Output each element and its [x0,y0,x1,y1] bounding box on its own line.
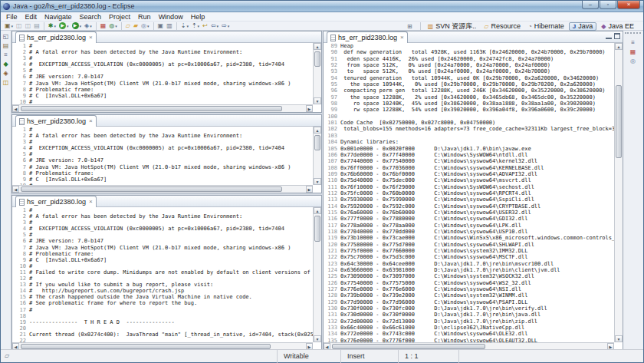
scroll-down-icon[interactable]: ▼ [314,97,321,104]
horizontal-scrollbar[interactable]: ◀ ▶ [12,104,313,112]
scroll-down-icon[interactable]: ▼ [314,178,321,185]
minimize-button[interactable]: – [582,1,599,9]
scrollbar-thumb[interactable] [314,216,320,242]
external-tools-button[interactable]: ◈▾ [84,21,93,30]
menu-navigate[interactable]: Navigate [41,12,76,21]
perspective-java-ee[interactable]: ◆Java EE [598,22,637,31]
scrollbar-thumb[interactable] [21,186,282,192]
outline-view-icon[interactable]: ≡ [629,39,638,46]
scrollbar-thumb[interactable] [332,344,485,349]
open-perspective-button[interactable]: ⊞ [404,22,418,31]
editor-tab[interactable]: hs_err_pid2380.log × [15,115,97,127]
run-dropdown-icon[interactable]: ▾ [67,24,69,28]
menu-help[interactable]: Help [187,12,209,21]
run-history-dropdown-icon[interactable]: ▾ [80,24,82,28]
previous-annotation-button[interactable]: ⇡▾ [191,21,200,30]
forward-button[interactable]: ⇨▾ [221,21,230,30]
menu-file[interactable]: File [2,12,21,21]
search-button[interactable]: ◎▾ [140,21,150,30]
debug-button[interactable]: ✱▾ [48,21,57,30]
navigator-icon[interactable]: ◈ [2,70,11,77]
scrollbar-thumb[interactable] [616,85,622,158]
editor-tab[interactable]: hs_err_pid2380.log × [15,196,97,207]
close-tab-icon[interactable]: × [89,118,93,124]
minimize-pane-icon[interactable] [606,33,612,39]
scrollbar-thumb[interactable] [314,135,320,150]
log-text[interactable]: 89Heap90 def new generation total 4928K,… [324,43,614,342]
horizontal-scrollbar[interactable]: ◀ ▶ [12,185,313,193]
search-dropdown-icon[interactable]: ▾ [147,24,150,28]
new-button[interactable]: ▣▾ [4,21,14,30]
editor-tab[interactable]: hs_err_pid2380.log × [327,31,408,43]
close-tab-icon[interactable]: × [89,199,93,205]
line-text: 0x77de0000 - 0x77f40000 C:\Windows\SysWO… [340,152,527,158]
title-bar[interactable]: Java - go2/hs_err_pid2380.log - Eclipse … [1,1,643,12]
scroll-up-icon[interactable]: ▲ [314,207,321,214]
external-tools-dropdown-icon[interactable]: ▾ [90,24,92,28]
coverage-dropdown-icon[interactable]: ▾ [115,24,117,28]
scroll-right-icon[interactable]: ▶ [306,186,313,193]
show-selected-element-button[interactable]: ▣ [157,21,165,30]
type-hierarchy-icon[interactable]: ≡ [2,51,11,58]
scrollbar-thumb[interactable] [21,106,282,111]
back-button[interactable]: ⇦▾ [210,21,219,30]
new-dropdown-icon[interactable]: ▾ [12,24,14,28]
maximize-button[interactable]: ▫ [600,1,616,9]
perspective-hibernate[interactable]: ◔Hibernate [525,22,567,31]
previous-annotation-dropdown-icon[interactable]: ▾ [198,24,200,28]
scroll-right-icon[interactable]: ▶ [306,105,313,112]
close-button[interactable]: × [617,1,640,9]
scrollbar-thumb[interactable] [314,51,320,67]
perspective-resource[interactable]: ▱Resource [481,22,524,31]
log-text[interactable]: 1#2# A fatal error has been detected by … [12,43,313,104]
vertical-scrollbar[interactable]: ▲ ▼ [313,127,321,185]
print-button[interactable]: ▤ [33,21,41,30]
coverage-button[interactable]: ◍▾ [108,21,118,30]
vertical-scrollbar[interactable]: ▲ ▼ [313,207,321,342]
close-tab-icon[interactable]: × [89,35,93,41]
scrollbar-thumb[interactable] [21,344,271,349]
back-dropdown-icon[interactable]: ▾ [217,24,219,28]
log-text[interactable]: 1#2# A fatal error has been detected by … [12,127,313,185]
scroll-left-icon[interactable]: ◀ [12,105,19,112]
ant-icon[interactable]: ◆ [2,61,11,68]
menu-search[interactable]: Search [76,12,106,21]
problems-view-icon[interactable]: ▦ [629,48,638,55]
run-button[interactable]: ▶▾ [58,21,70,30]
scroll-up-icon[interactable]: ▲ [314,43,321,50]
scroll-left-icon[interactable]: ◀ [12,186,19,193]
last-edit-location-button[interactable]: ↩ [202,21,209,30]
scroll-down-icon[interactable]: ▼ [314,335,321,342]
forward-dropdown-icon[interactable]: ▾ [228,24,230,28]
menu-window[interactable]: Window [155,12,187,21]
editor-tab[interactable]: hs_err_pid2380.log × [15,31,97,43]
menu-project[interactable]: Project [105,12,134,21]
perspective-svn-repository[interactable]: ▥SVN 资源库.. [425,22,480,31]
next-annotation-button[interactable]: ⇣▾ [180,21,189,30]
menu-edit[interactable]: Edit [21,12,41,21]
open-resource-button[interactable]: ▰ [133,21,139,30]
svn-repositories-icon[interactable]: ◫ [2,79,11,86]
next-annotation-dropdown-icon[interactable]: ▾ [186,24,189,28]
debug-dropdown-icon[interactable]: ▾ [54,24,56,28]
vertical-scrollbar[interactable]: ▲ ▼ [313,43,321,104]
drag-handle[interactable] [625,32,641,37]
mark-occurrences-button[interactable]: ▥ [166,21,173,30]
perspective-java[interactable]: JJava [569,22,596,31]
profile-button[interactable]: ▦ [100,21,107,30]
vertical-scrollbar[interactable]: ▲ ▼ [614,43,623,342]
package-explorer-icon[interactable]: ▤ [2,42,11,49]
save-button[interactable]: ◫ [15,21,23,30]
scroll-down-icon[interactable]: ▼ [615,335,623,342]
restore-views-icon[interactable]: ◱ [2,33,11,40]
synchronize-view-icon[interactable]: ◎ [629,58,638,64]
close-tab-icon[interactable]: × [400,35,404,41]
scroll-up-icon[interactable]: ▲ [314,127,321,134]
menu-run[interactable]: Run [134,12,155,21]
save-all-button[interactable]: ◫ [25,21,32,30]
scroll-up-icon[interactable]: ▲ [615,43,623,50]
log-text[interactable]: 1#2# A fatal error has been detected by … [12,207,313,342]
new-folder-button[interactable]: ▱ [125,21,131,30]
maximize-pane-icon[interactable] [614,33,620,39]
run-history-button[interactable]: ▶▾ [71,21,83,30]
